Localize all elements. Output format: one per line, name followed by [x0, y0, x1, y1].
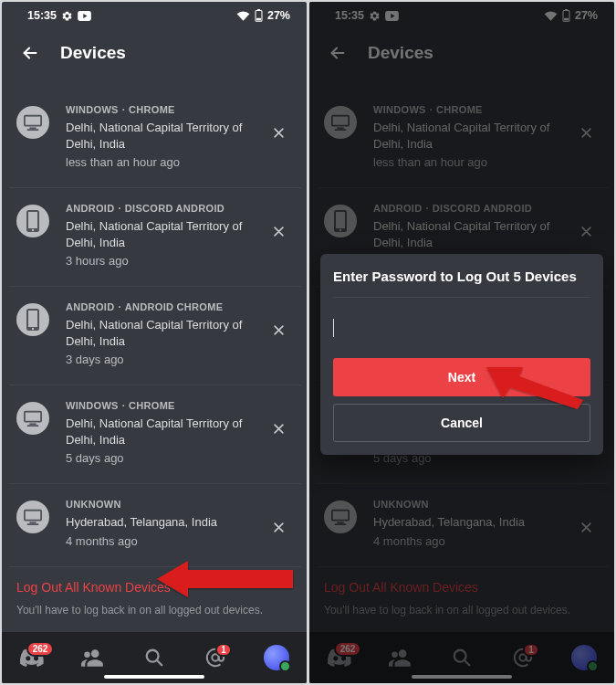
- mentions-badge: 1: [215, 643, 232, 657]
- device-time: less than an hour ago: [66, 155, 263, 169]
- device-platform: WINDOWS·CHROME: [66, 400, 263, 411]
- bottom-nav: 262 1: [2, 632, 307, 683]
- device-platform: ANDROID·ANDROID CHROME: [66, 301, 263, 312]
- log-out-all-button[interactable]: Log Out All Known Devices: [9, 566, 301, 600]
- status-time: 15:35: [27, 9, 57, 22]
- desktop-device-icon: [16, 501, 49, 533]
- svg-rect-16: [29, 424, 36, 426]
- device-platform: WINDOWS·CHROME: [66, 104, 263, 115]
- youtube-icon: [78, 11, 91, 21]
- gear-icon: [61, 10, 73, 22]
- status-bar: 15:35 27%: [2, 2, 307, 29]
- device-list: WINDOWS·CHROME Delhi, National Capital T…: [2, 77, 307, 632]
- svg-rect-3: [256, 18, 261, 20]
- svg-rect-17: [27, 426, 39, 427]
- svg-rect-19: [26, 511, 40, 520]
- svg-rect-9: [28, 212, 37, 228]
- status-battery: 27%: [267, 9, 290, 22]
- screenshot-pair: 15:35 27% Devices WINDOWS·CHROME Delhi, …: [0, 0, 616, 685]
- device-platform: UNKNOWN: [66, 499, 263, 510]
- device-time: 3 days ago: [66, 353, 263, 366]
- device-row: ANDROID·DISCORD ANDROID Delhi, National …: [9, 187, 301, 286]
- svg-rect-21: [27, 524, 39, 526]
- avatar: [264, 645, 289, 670]
- remove-device-button[interactable]: [263, 511, 294, 543]
- cancel-button[interactable]: Cancel: [333, 404, 590, 442]
- remove-device-button[interactable]: [263, 314, 294, 345]
- nav-mentions[interactable]: 1: [197, 639, 234, 676]
- svg-rect-2: [257, 9, 260, 10]
- back-arrow-icon[interactable]: [20, 43, 40, 63]
- remove-device-button[interactable]: [263, 413, 294, 444]
- battery-icon: [255, 9, 263, 22]
- svg-rect-5: [26, 117, 40, 125]
- svg-rect-12: [28, 311, 37, 327]
- password-input[interactable]: [333, 312, 590, 343]
- divider: [333, 297, 590, 298]
- svg-rect-7: [27, 129, 39, 131]
- desktop-device-icon: [16, 106, 49, 139]
- device-time: 4 months ago: [66, 534, 263, 548]
- device-row: UNKNOWN Hyderabad, Telangana, India 4 mo…: [9, 483, 301, 566]
- next-button[interactable]: Next: [333, 358, 590, 396]
- phone-password-modal: 15:35 27% Devices WINDOWS·CHROME Delhi, …: [309, 2, 614, 683]
- wifi-icon: [236, 10, 250, 21]
- log-out-hint: You'll have to log back in on all logged…: [9, 600, 301, 629]
- device-time: 5 days ago: [66, 451, 263, 465]
- svg-point-13: [32, 328, 34, 330]
- device-location: Delhi, National Capital Territory of Del…: [66, 416, 263, 448]
- nav-profile[interactable]: [258, 639, 295, 676]
- device-location: Delhi, National Capital Territory of Del…: [66, 317, 263, 349]
- device-time: 3 hours ago: [66, 254, 263, 268]
- modal-title: Enter Password to Log Out 5 Devices: [333, 269, 590, 284]
- nav-home[interactable]: 262: [14, 639, 50, 676]
- nav-search[interactable]: [136, 639, 172, 676]
- device-location: Delhi, National Capital Territory of Del…: [66, 120, 263, 152]
- mobile-device-icon: [16, 205, 49, 237]
- text-caret: [333, 319, 334, 337]
- svg-rect-15: [26, 413, 40, 421]
- svg-rect-6: [29, 127, 36, 129]
- device-row: WINDOWS·CHROME Delhi, National Capital T…: [9, 90, 301, 187]
- desktop-device-icon: [16, 402, 49, 435]
- phone-devices-list: 15:35 27% Devices WINDOWS·CHROME Delhi, …: [2, 2, 307, 683]
- home-indicator: [104, 675, 204, 679]
- remove-device-button[interactable]: [263, 117, 294, 148]
- home-badge: 262: [26, 641, 55, 657]
- password-modal: Enter Password to Log Out 5 Devices Next…: [320, 254, 603, 455]
- nav-friends[interactable]: [75, 639, 111, 676]
- device-location: Delhi, National Capital Territory of Del…: [66, 218, 263, 250]
- mobile-device-icon: [16, 303, 49, 336]
- svg-rect-20: [29, 522, 36, 524]
- device-platform: ANDROID·DISCORD ANDROID: [66, 203, 263, 214]
- remove-device-button[interactable]: [263, 216, 294, 247]
- device-row: ANDROID·ANDROID CHROME Delhi, National C…: [9, 286, 301, 385]
- svg-point-10: [32, 229, 34, 231]
- device-row: WINDOWS·CHROME Delhi, National Capital T…: [9, 385, 301, 483]
- device-location: Hyderabad, Telangana, India: [66, 514, 263, 531]
- title-bar: Devices: [2, 29, 307, 77]
- page-title: Devices: [60, 43, 126, 63]
